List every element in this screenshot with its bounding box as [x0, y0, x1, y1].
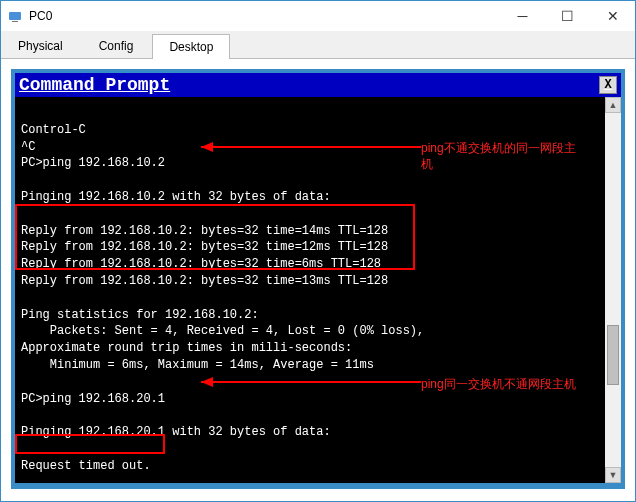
scroll-thumb[interactable] [607, 325, 619, 385]
terminal-titlebar: Command Prompt X [15, 73, 621, 97]
terminal-window: Command Prompt X Control-C ^C PC>ping 19… [11, 69, 625, 489]
tab-desktop[interactable]: Desktop [152, 34, 230, 59]
window-buttons: ─ ☐ ✕ [500, 1, 635, 31]
svg-rect-0 [9, 12, 21, 20]
titlebar: PC0 ─ ☐ ✕ [1, 1, 635, 31]
terminal-close-button[interactable]: X [599, 76, 617, 94]
scroll-down-button[interactable]: ▼ [605, 467, 621, 483]
minimize-button[interactable]: ─ [500, 1, 545, 31]
maximize-button[interactable]: ☐ [545, 1, 590, 31]
annotation-1: ping不通交换机的同一网段主 机 [421, 141, 576, 172]
tab-config[interactable]: Config [82, 33, 151, 58]
app-window: PC0 ─ ☐ ✕ Physical Config Desktop Comman… [0, 0, 636, 502]
tab-bar: Physical Config Desktop [1, 31, 635, 59]
annotation-2: ping同一交换机不通网段主机 [421, 377, 576, 393]
scroll-track[interactable] [605, 113, 621, 467]
terminal-title: Command Prompt [19, 75, 170, 95]
app-icon [7, 8, 23, 24]
window-title: PC0 [29, 9, 500, 23]
scrollbar[interactable]: ▲ ▼ [605, 97, 621, 483]
scroll-up-button[interactable]: ▲ [605, 97, 621, 113]
close-button[interactable]: ✕ [590, 1, 635, 31]
svg-rect-1 [12, 21, 18, 22]
content-area: Command Prompt X Control-C ^C PC>ping 19… [1, 59, 635, 499]
tab-physical[interactable]: Physical [1, 33, 80, 58]
